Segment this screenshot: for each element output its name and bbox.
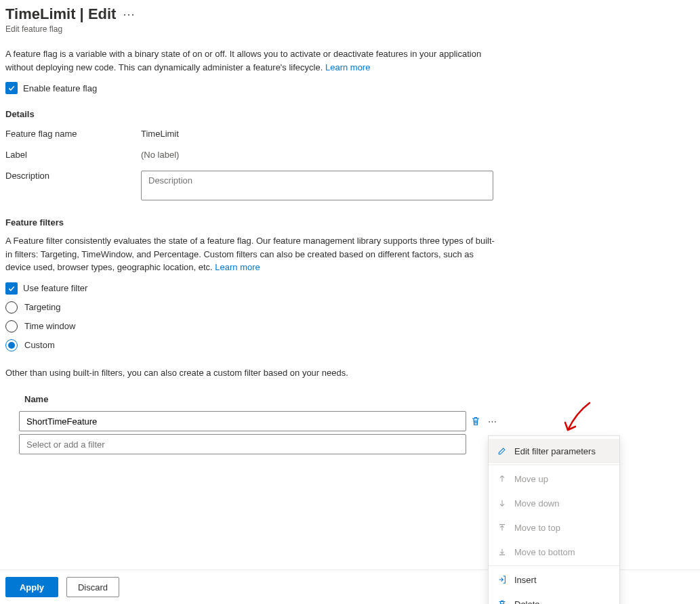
description-label: Description <box>5 171 141 202</box>
menu-edit-filter-parameters[interactable]: Edit filter parameters <box>489 439 619 463</box>
title-more-icon[interactable]: ⋯ <box>123 7 136 22</box>
filter-custom-radio[interactable] <box>5 339 18 351</box>
delete-filter-button[interactable] <box>470 411 481 431</box>
menu-separator <box>489 465 619 465</box>
filter-table-name-header: Name <box>5 389 500 410</box>
page-subtitle: Edit feature flag <box>5 24 695 34</box>
filter-row-more-icon[interactable]: ⋯ <box>485 416 501 427</box>
trash-icon <box>470 416 481 427</box>
filter-targeting-radio[interactable] <box>5 301 18 314</box>
details-heading: Details <box>5 109 695 119</box>
use-feature-filter-checkbox[interactable] <box>5 282 18 295</box>
menu-move-down: Move down <box>489 491 619 509</box>
menu-item-label: Move down <box>514 498 559 509</box>
enable-feature-flag-label: Enable feature flag <box>23 83 97 93</box>
feature-flag-name-value: TimeLimit <box>141 129 695 139</box>
filter-name-input[interactable] <box>19 411 466 431</box>
arrow-up-icon <box>497 473 508 484</box>
add-filter-input[interactable] <box>19 434 466 454</box>
use-feature-filter-label: Use feature filter <box>23 283 87 293</box>
menu-item-label: Edit filter parameters <box>514 446 596 456</box>
page-title: TimeLimit | Edit <box>5 5 116 23</box>
feature-filters-intro: A Feature filter consistently evaluates … <box>5 234 500 274</box>
filter-table-add-row <box>5 434 500 454</box>
feature-filters-heading: Feature filters <box>5 217 695 228</box>
pencil-icon <box>497 446 508 456</box>
check-icon <box>7 84 16 92</box>
label-label: Label <box>5 150 141 160</box>
filter-timewindow-radio[interactable] <box>5 320 18 332</box>
menu-item-label: Move up <box>514 474 548 484</box>
arrow-down-icon <box>497 498 508 509</box>
check-icon <box>7 284 16 293</box>
enable-feature-flag-checkbox[interactable] <box>5 82 18 94</box>
feature-flag-name-label: Feature flag name <box>5 129 141 139</box>
intro-text: A feature flag is a variable with a bina… <box>5 47 500 74</box>
filter-table-row: ⋯ <box>5 411 500 431</box>
filter-targeting-label: Targeting <box>24 302 60 312</box>
filters-learn-more-link[interactable]: Learn more <box>215 262 260 272</box>
description-textarea[interactable] <box>141 171 493 200</box>
custom-filter-description: Other than using built-in filters, you c… <box>5 366 500 380</box>
filter-timewindow-label: Time window <box>24 321 75 331</box>
filter-custom-label: Custom <box>24 340 55 350</box>
menu-move-up: Move up <box>489 467 619 491</box>
label-value: (No label) <box>141 150 695 160</box>
filter-context-menu: Edit filter parameters Move up Move down… <box>488 435 620 509</box>
intro-learn-more-link[interactable]: Learn more <box>325 62 370 72</box>
intro-body: A feature flag is a variable with a bina… <box>5 49 481 72</box>
